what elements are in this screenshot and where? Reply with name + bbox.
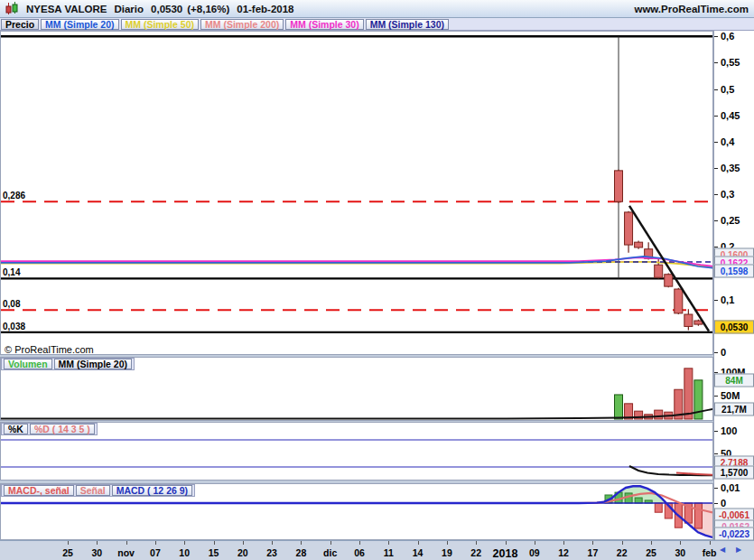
candlestick-icon bbox=[5, 2, 19, 15]
time-axis-label: feb bbox=[703, 547, 717, 558]
price-change: (+8,16%) bbox=[187, 4, 229, 14]
time-axis-label: nov bbox=[117, 547, 135, 558]
y-axis-tick-label: 0,55 bbox=[721, 57, 740, 68]
stoch-d-label[interactable]: %D ( 14 3 5 ) bbox=[30, 424, 95, 434]
scroll-right-arrow[interactable]: ▶ bbox=[736, 546, 741, 554]
y-axis-tick bbox=[714, 62, 718, 63]
time-axis-label: 10 bbox=[179, 547, 190, 558]
time-axis-tick bbox=[184, 541, 185, 545]
time-axis-tick bbox=[418, 541, 419, 545]
y-axis-tick-label: 0,4 bbox=[721, 136, 734, 147]
website-label: www.ProRealTime.com bbox=[634, 4, 749, 14]
indicator-box-5[interactable]: MM (Simple 130) bbox=[366, 19, 449, 30]
macd-histogram-bar bbox=[655, 503, 662, 512]
indicator-box-2[interactable]: MM (Simple 50) bbox=[121, 19, 199, 30]
time-axis-tick bbox=[68, 541, 69, 545]
time-axis-tick bbox=[535, 541, 535, 545]
time-axis-tick bbox=[330, 541, 331, 545]
time-axis-label: 06 bbox=[354, 547, 365, 558]
trend-line bbox=[629, 206, 709, 331]
time-axis-label: 22 bbox=[617, 547, 628, 558]
volume-ma-line bbox=[1, 409, 712, 419]
time-axis-label: 25 bbox=[646, 547, 656, 558]
time-axis-label: 19 bbox=[442, 547, 452, 558]
stochastic-value-tag: 1,5700 bbox=[714, 466, 754, 480]
volume-bar bbox=[684, 369, 693, 419]
macd-histogram-bar bbox=[635, 498, 642, 503]
y-axis-tick bbox=[714, 116, 718, 117]
time-axis-tick bbox=[622, 541, 623, 545]
volume-bar bbox=[655, 410, 663, 419]
time-axis-label: 30 bbox=[675, 547, 685, 558]
time-axis-label: 17 bbox=[588, 547, 599, 558]
y-axis-tick-label: 0 bbox=[721, 347, 726, 358]
candle bbox=[615, 171, 623, 201]
time-axis[interactable]: ◀ ▶ 2530nov071015202328dic06111419222018… bbox=[0, 540, 754, 560]
stochastic-pane[interactable] bbox=[0, 422, 713, 481]
y-axis-tick-label: 0 bbox=[721, 498, 726, 509]
time-axis-tick bbox=[301, 541, 302, 545]
time-axis-tick bbox=[592, 541, 593, 545]
price-panel-label[interactable]: Precio bbox=[1, 19, 39, 30]
time-axis-tick bbox=[359, 541, 360, 545]
time-axis-label: 30 bbox=[91, 547, 102, 558]
macd-header-label-3[interactable]: MACD ( 12 26 9) bbox=[112, 485, 192, 496]
y-axis-tick-label: 0,6 bbox=[721, 31, 734, 42]
time-axis-label: 15 bbox=[209, 547, 219, 558]
y-axis-tick-label: 0,3 bbox=[721, 189, 734, 200]
candle bbox=[655, 265, 663, 277]
price-indicator-header: Precio MM (Simple 20)MM (Simple 50)MM (S… bbox=[0, 18, 754, 31]
macd-header-label-1[interactable]: MACD-, señal bbox=[4, 485, 74, 496]
time-axis-tick bbox=[506, 541, 507, 545]
indicator-box-4[interactable]: MM (Simple 30) bbox=[285, 19, 363, 30]
time-axis-label: 07 bbox=[150, 547, 161, 558]
candle bbox=[625, 212, 633, 245]
scroll-left-arrow[interactable]: ◀ bbox=[720, 546, 725, 554]
time-axis-tick bbox=[388, 541, 389, 545]
prorealtime-window: NYESA VALORE Diario 0,0530 (+8,16%) 01-f… bbox=[0, 0, 754, 560]
indicator-box-3[interactable]: MM (Simple 200) bbox=[200, 19, 284, 30]
stochastic-chart bbox=[1, 423, 712, 480]
macd-header-label-2[interactable]: Señal bbox=[76, 485, 110, 496]
price-pane[interactable]: © ProRealTime.com 0,2860,140,080,038 bbox=[0, 31, 713, 355]
time-axis-tick bbox=[476, 541, 477, 545]
macd-value-tag: -0,0223 bbox=[714, 527, 754, 540]
candle bbox=[675, 289, 683, 313]
level-label: 0,038 bbox=[3, 322, 25, 331]
time-axis-tick bbox=[680, 541, 681, 545]
time-axis-tick bbox=[447, 541, 448, 545]
volume-indicator-header: Volumen MM (Simple 20) bbox=[1, 358, 135, 370]
indicator-box-1[interactable]: MM (Simple 20) bbox=[41, 19, 118, 30]
y-axis-tick bbox=[714, 300, 718, 301]
y-axis-tick bbox=[714, 431, 718, 432]
time-axis-label: 25 bbox=[62, 547, 73, 558]
stoch-k-label[interactable]: %K bbox=[4, 424, 28, 434]
y-axis-tick-label: 50M bbox=[721, 390, 740, 401]
timeframe-label: Diario bbox=[114, 4, 144, 14]
y-axis-tick-label: 0,1 bbox=[721, 294, 734, 305]
volume-value-tag: 21,7M bbox=[714, 403, 754, 416]
y-axis-tick bbox=[714, 36, 718, 37]
y-axis-tick-label: 0,25 bbox=[721, 215, 740, 226]
time-axis-tick bbox=[126, 541, 127, 545]
price-axis-column[interactable]: 0,60,550,50,450,40,350,30,250,20,100,160… bbox=[713, 31, 754, 540]
time-axis-tick bbox=[243, 541, 244, 545]
instrument-name: NYESA VALORE bbox=[26, 4, 107, 14]
macd-histogram-bar bbox=[694, 503, 702, 528]
time-axis-label: 09 bbox=[529, 547, 540, 558]
last-price: 0,0530 bbox=[151, 4, 182, 14]
volume-value-tag: 84M bbox=[714, 374, 754, 387]
price-value-tag: 0,0530 bbox=[714, 321, 754, 334]
time-axis-label: 20 bbox=[237, 547, 248, 558]
y-axis-tick bbox=[714, 396, 718, 397]
y-axis-tick bbox=[714, 453, 718, 454]
volume-ma-label[interactable]: MM (Simple 20) bbox=[54, 359, 132, 369]
candle bbox=[684, 314, 693, 326]
volume-panel-label[interactable]: Volumen bbox=[4, 359, 52, 369]
time-axis-tick bbox=[563, 541, 564, 545]
stochastic-indicator-header: %K %D ( 14 3 5 ) bbox=[1, 423, 98, 435]
time-axis-tick bbox=[710, 541, 711, 545]
session-date: 01-feb-2018 bbox=[237, 4, 293, 14]
time-axis-label: 23 bbox=[266, 547, 277, 558]
y-axis-tick-label: 0,01 bbox=[721, 482, 740, 493]
